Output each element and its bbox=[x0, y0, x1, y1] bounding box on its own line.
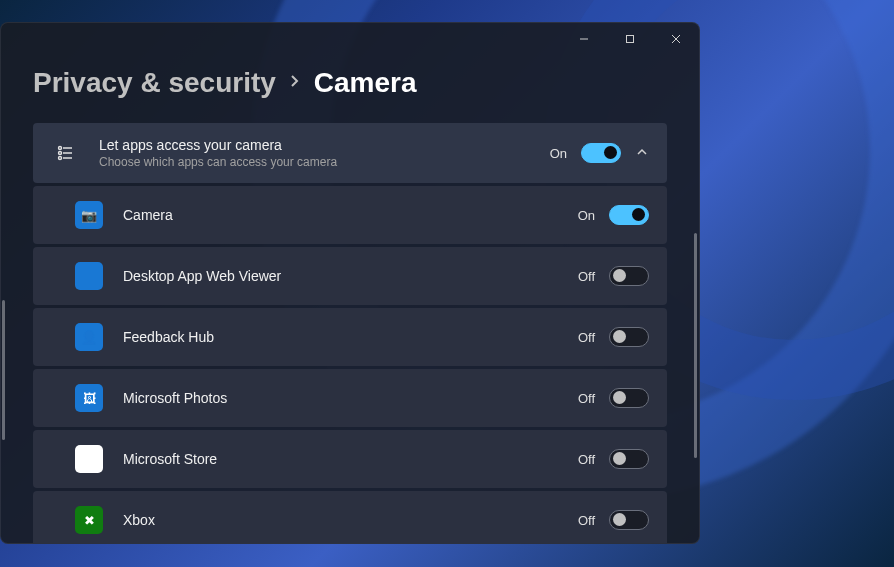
app-icon: 👤 bbox=[75, 323, 103, 351]
app-icon: 🖼 bbox=[75, 384, 103, 412]
toggle-state-label: Off bbox=[578, 513, 595, 528]
let-apps-access-camera-row[interactable]: Let apps access your camera Choose which… bbox=[33, 123, 667, 183]
list-settings-icon bbox=[51, 139, 79, 167]
toggle-state-label: Off bbox=[578, 269, 595, 284]
app-name-label: Microsoft Photos bbox=[123, 390, 578, 406]
app-row[interactable]: ✖XboxOff bbox=[33, 491, 667, 544]
toggle-state-label: Off bbox=[578, 391, 595, 406]
app-toggle[interactable] bbox=[609, 510, 649, 530]
app-name-label: Camera bbox=[123, 207, 578, 223]
let-apps-access-camera-toggle[interactable] bbox=[581, 143, 621, 163]
app-toggle[interactable] bbox=[609, 266, 649, 286]
settings-window: Privacy & security Camera Let apps acces… bbox=[0, 22, 700, 544]
app-row[interactable]: Desktop App Web ViewerOff bbox=[33, 247, 667, 305]
app-name-label: Desktop App Web Viewer bbox=[123, 268, 578, 284]
app-name-label: Xbox bbox=[123, 512, 578, 528]
app-toggle[interactable] bbox=[609, 449, 649, 469]
app-name-label: Feedback Hub bbox=[123, 329, 578, 345]
app-toggle[interactable] bbox=[609, 327, 649, 347]
minimize-button[interactable] bbox=[561, 23, 607, 55]
toggle-state-label: Off bbox=[578, 452, 595, 467]
toggle-state-label: On bbox=[550, 146, 567, 161]
titlebar bbox=[1, 23, 699, 59]
close-button[interactable] bbox=[653, 23, 699, 55]
svg-rect-1 bbox=[627, 36, 634, 43]
settings-list: Let apps access your camera Choose which… bbox=[33, 123, 667, 544]
svg-point-4 bbox=[59, 147, 62, 150]
app-row[interactable]: 📷CameraOn bbox=[33, 186, 667, 244]
app-toggle[interactable] bbox=[609, 388, 649, 408]
scrollbar[interactable] bbox=[694, 233, 697, 458]
app-row[interactable]: 🛍Microsoft StoreOff bbox=[33, 430, 667, 488]
chevron-right-icon bbox=[290, 74, 300, 92]
toggle-state-label: On bbox=[578, 208, 595, 223]
svg-point-8 bbox=[59, 157, 62, 160]
setting-description: Choose which apps can access your camera bbox=[99, 155, 550, 169]
app-icon: 🛍 bbox=[75, 445, 103, 473]
app-name-label: Microsoft Store bbox=[123, 451, 578, 467]
toggle-state-label: Off bbox=[578, 330, 595, 345]
scroll-indicator bbox=[2, 300, 5, 440]
page-title: Camera bbox=[314, 67, 417, 99]
breadcrumb-parent[interactable]: Privacy & security bbox=[33, 67, 276, 99]
app-icon: 📷 bbox=[75, 201, 103, 229]
app-row[interactable]: 👤Feedback HubOff bbox=[33, 308, 667, 366]
breadcrumb: Privacy & security Camera bbox=[33, 67, 667, 99]
app-icon: ✖ bbox=[75, 506, 103, 534]
svg-point-6 bbox=[59, 152, 62, 155]
app-row[interactable]: 🖼Microsoft PhotosOff bbox=[33, 369, 667, 427]
maximize-button[interactable] bbox=[607, 23, 653, 55]
setting-title: Let apps access your camera bbox=[99, 137, 550, 153]
chevron-up-icon[interactable] bbox=[635, 146, 649, 161]
app-icon bbox=[75, 262, 103, 290]
app-toggle[interactable] bbox=[609, 205, 649, 225]
